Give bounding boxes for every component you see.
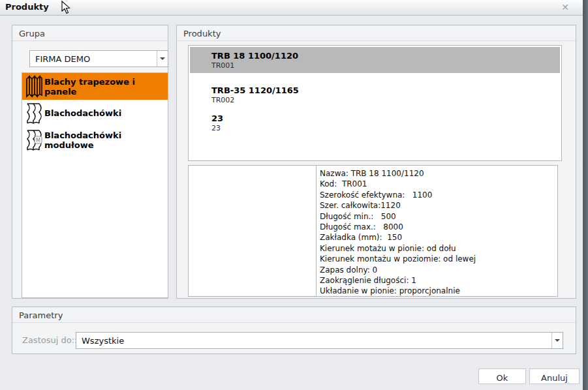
parameters-panel-header: Parametry <box>12 307 576 323</box>
detail-line: Szer. całkowita:1120 <box>320 200 555 211</box>
product-name: 23 <box>211 113 223 123</box>
chevron-down-icon[interactable] <box>551 333 563 348</box>
trapezoid-sheet-icon <box>25 75 43 98</box>
group-item-label: Blachodachówki <box>44 108 121 118</box>
ok-button[interactable]: Ok <box>478 368 526 384</box>
chevron-down-icon[interactable] <box>157 51 168 67</box>
product-details: Nazwa: TRB 18 1100/1120 Kod: TR001 Szero… <box>320 168 555 297</box>
tile-sheet-icon <box>25 102 43 125</box>
product-row[interactable]: TRB-35 1120/1165 TR002 <box>190 82 560 108</box>
products-panel: Produkty TRB 18 1100/1120 TR001 TRB-35 1… <box>176 25 576 299</box>
detail-line: Kierunek montażu w poziomie: od lewej <box>320 254 555 264</box>
background-strip <box>583 0 588 390</box>
detail-line: Układanie w pionie: proporcjonalnie <box>320 286 555 296</box>
cancel-button[interactable]: Anuluj <box>529 368 580 384</box>
group-item-blachodachowki-modulowe[interactable]: M Blachodachówki modułowe <box>22 127 168 153</box>
product-row[interactable]: TRB 18 1100/1120 TR001 <box>190 47 560 73</box>
apply-to-select[interactable]: Wszystkie <box>76 332 563 349</box>
close-icon[interactable]: ✕ <box>559 1 571 13</box>
product-row[interactable]: 23 23 <box>190 110 560 136</box>
product-code: 23 <box>211 124 221 132</box>
detail-line: Kod: TR001 <box>320 179 555 189</box>
product-list: TRB 18 1100/1120 TR001 TRB-35 1120/1165 … <box>188 45 562 161</box>
company-select-value: FIRMA DEMO <box>35 54 153 64</box>
detail-line: Długość min.: 500 <box>320 211 555 222</box>
product-code: TR002 <box>211 96 234 104</box>
detail-line: Zakładka (mm): 150 <box>320 232 555 243</box>
products-panel-header: Produkty <box>177 25 576 41</box>
group-panel-header: Grupa <box>12 25 168 41</box>
detail-line: Długość max.: 8000 <box>320 222 555 232</box>
mouse-cursor-icon <box>61 1 70 17</box>
group-panel: Grupa FIRMA DEMO <box>12 25 168 299</box>
detail-line: Zaokrąglenie długości: 1 <box>320 275 555 286</box>
parameters-panel: Parametry Zastosuj do:: Wszystkie <box>12 307 576 354</box>
product-name: TRB-35 1120/1165 <box>211 85 299 95</box>
apply-to-select-value: Wszystkie <box>82 336 548 346</box>
details-divider <box>316 166 317 296</box>
tile-sheet-modular-icon: M <box>25 128 43 152</box>
product-details-panel: Nazwa: TRB 18 1100/1120 Kod: TR001 Szero… <box>188 165 558 297</box>
company-select[interactable]: FIRMA DEMO <box>29 50 168 67</box>
detail-line: Szerokość efektywna: 1100 <box>320 190 555 200</box>
dialog-title: Produkty <box>5 2 49 12</box>
dialog-titlebar: Produkty ✕ <box>0 0 585 16</box>
group-item-blachy-trapezowe[interactable]: Blachy trapezowe i panele <box>22 73 168 100</box>
group-item-blachodachowki[interactable]: Blachodachówki <box>22 100 168 127</box>
apply-to-label: Zastosuj do:: <box>22 335 77 345</box>
detail-line: Kierunek motażu w pionie: od dołu <box>320 243 555 254</box>
detail-line: Nazwa: TRB 18 1100/1120 <box>320 168 555 179</box>
group-item-label: Blachodachówki modułowe <box>44 130 168 150</box>
group-list: Blachy trapezowe i panele Blachodachó <box>22 72 168 298</box>
detail-line: Zapas dolny: 0 <box>320 265 555 275</box>
group-item-label: Blachy trapezowe i panele <box>44 77 168 97</box>
product-name: TRB 18 1100/1120 <box>211 51 298 61</box>
svg-text:M: M <box>36 137 40 143</box>
product-code: TR001 <box>211 61 234 70</box>
products-dialog: Produkty ✕ Grupa FIRMA DEMO <box>0 0 583 390</box>
